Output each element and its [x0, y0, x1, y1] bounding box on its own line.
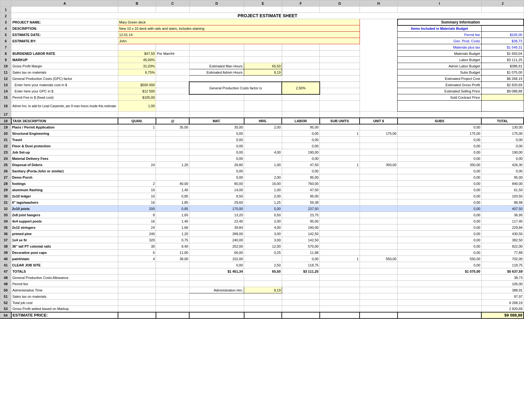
- task-labor: 59,38: [282, 199, 320, 206]
- task-mat: 35,00: [189, 124, 244, 130]
- task-quan: 16: [118, 199, 156, 206]
- est-man-hrs-value[interactable]: 65,50: [244, 63, 282, 69]
- task-subs: 0,00: [398, 237, 481, 243]
- date-value[interactable]: 12.01.14: [118, 32, 360, 38]
- task-quan: 10: [118, 193, 156, 199]
- task-unit-s: [360, 174, 398, 181]
- row-49-h: [360, 281, 398, 287]
- row-13-h: [360, 82, 398, 88]
- row-7-header: 7: [0, 44, 11, 50]
- task-subs: 550,00: [398, 256, 481, 262]
- row-48: 48 General Production Costs Allowance 38…: [0, 275, 524, 281]
- row-17-g: [320, 112, 360, 118]
- row-7-h: [360, 44, 398, 50]
- gross-margin-value: 31,03%: [118, 63, 156, 69]
- gpc-cost-value[interactable]: $12 500: [118, 88, 156, 94]
- summary-gpc-value: $38,73: [481, 38, 524, 44]
- row-29-header: 29: [0, 187, 11, 193]
- col-labor-header: LABOR: [282, 118, 320, 124]
- task-subs: 0,00: [398, 206, 481, 212]
- gross-profit-label2: Gross Profit added based on Markup: [11, 306, 118, 312]
- task-subs: 0,00: [398, 137, 481, 143]
- summary-mat-budget-label: Materials Budget: [398, 50, 481, 57]
- summary-sold-price-value[interactable]: [481, 94, 524, 101]
- table-row: 31 6" lags/washers 16 1,85 29,60 1,25 59…: [0, 199, 524, 206]
- task-desc: Sanitary (Porta-John or similar): [11, 168, 118, 174]
- table-header-row: 18 TASK DESCRIPTION QUAN. @ MAT. HRS. LA…: [0, 118, 524, 124]
- col-i-header: I: [398, 0, 481, 7]
- row-54-d: [189, 312, 244, 318]
- row-54-header: 54: [0, 312, 11, 318]
- admin-hrs-label: Admin hrs. to add for Lead Carpenter, pe…: [11, 101, 118, 112]
- row-19-header: 19: [0, 124, 11, 130]
- task-at: [156, 149, 189, 155]
- totals-total: $5 637,59: [481, 268, 524, 275]
- gpc-factor-value[interactable]: 2,50%: [282, 82, 320, 94]
- permit-value[interactable]: $105,00: [118, 94, 156, 101]
- task-quan: [118, 143, 156, 149]
- gross-margin-label: Gross Profit Margin: [11, 63, 118, 69]
- totals-row: 47 TOTALS $1 451,34 65,50 $3 111,25 $1 0…: [0, 268, 524, 275]
- admin-hrs-label2: Administration Hrs:: [189, 287, 244, 293]
- labor-rate-value[interactable]: $47,50: [118, 50, 156, 57]
- row-15-g: [320, 94, 360, 101]
- sales-tax-value2: 97,97: [481, 293, 524, 300]
- sales-tax-value[interactable]: 6,75%: [118, 69, 156, 76]
- task-unit-s: [360, 168, 398, 174]
- project-name-value[interactable]: Mary Green deck: [118, 19, 360, 25]
- task-unit-s: [360, 231, 398, 237]
- table-row: 21 Travel 0,00 0,00 0,00 0,00: [0, 137, 524, 143]
- row-13-c: [156, 82, 189, 88]
- row-7-c: [156, 44, 189, 50]
- desc-value[interactable]: New 10 x 10 deck with rails and stairs, …: [118, 25, 360, 32]
- row-12: 12 General Production Costs (GPC) factor…: [0, 76, 524, 82]
- summary-project-cost-label: Estimated Project Cost: [398, 76, 481, 82]
- table-row: 28 footings 2 40,00 80,00 16,00 760,00 0…: [0, 181, 524, 187]
- task-sub-units: [320, 231, 360, 237]
- row-51-b: [118, 293, 156, 300]
- table-row: 26 Sanitary (Porta-John or similar) 0,00…: [0, 168, 524, 174]
- row-50-b: [118, 287, 156, 293]
- col-f-header: F: [282, 0, 320, 7]
- row-15-d: [189, 94, 244, 101]
- row-1-e: [244, 7, 282, 13]
- task-unit-s: [360, 218, 398, 224]
- task-hrs: 2,50: [244, 262, 282, 268]
- task-hrs: 16,00: [244, 181, 282, 187]
- markup-value[interactable]: 45,00%: [118, 57, 156, 63]
- row-54-c: [156, 312, 189, 318]
- col-e-header: E: [244, 0, 282, 7]
- task-desc: Disposal of Debris: [11, 162, 118, 168]
- row-17-i: [398, 112, 481, 118]
- row-12-c: [156, 76, 189, 82]
- row-17-e: [244, 112, 282, 118]
- task-labor: 0,00: [282, 143, 320, 149]
- totals-subs: $1 075,00: [398, 268, 481, 275]
- summary-project-cost-value: $6 268,19: [481, 76, 524, 82]
- task-mat: 13,20: [189, 212, 244, 218]
- materials-cost-value[interactable]: $500 000: [118, 82, 156, 88]
- row-15-c: [156, 94, 189, 101]
- summary-sold-price-label: Sold Contract Price: [398, 94, 481, 101]
- task-desc: 2x12 stringers: [11, 224, 118, 231]
- est-admin-hrs-value[interactable]: 8,19: [244, 69, 282, 76]
- by-value[interactable]: John: [118, 38, 360, 44]
- row-8-f: [282, 50, 320, 57]
- task-mat: 22,40: [189, 218, 244, 224]
- summary-selling-price-value: $9 088,88: [481, 88, 524, 94]
- task-quan: [118, 168, 156, 174]
- task-desc: Plans / Permit Application: [11, 124, 118, 130]
- admin-hrs-value[interactable]: 1,00: [118, 101, 156, 112]
- admin-hrs-value2[interactable]: 8,19: [244, 287, 282, 293]
- row-36-header: 36: [0, 231, 11, 237]
- row-35-header: 35: [0, 224, 11, 231]
- task-hrs: 1,00: [244, 187, 282, 193]
- row-17-c: [156, 112, 189, 118]
- row-10-g: [320, 63, 360, 69]
- task-at: 1,66: [156, 224, 189, 231]
- row-50-h: [360, 287, 398, 293]
- row-15-f: [282, 94, 320, 101]
- row-16-f: [282, 101, 320, 112]
- total-job-cost-label: Total job cost: [11, 300, 118, 306]
- summary-subs-budget-label: Subs Budget: [398, 69, 481, 76]
